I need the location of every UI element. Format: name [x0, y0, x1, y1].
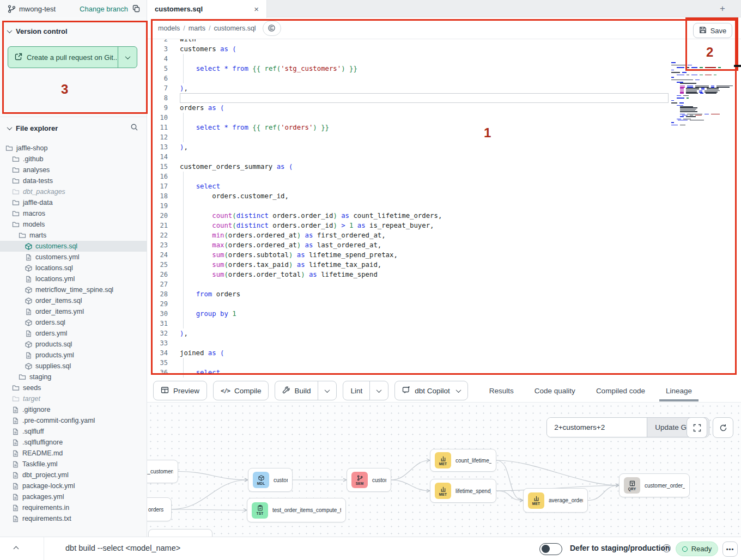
lineage-node-clipped_node[interactable] — [148, 529, 212, 537]
lineage-node-count_lifetime_orders[interactable]: METcount_lifetime_orders — [430, 449, 496, 472]
code-line[interactable]: 4 — [147, 54, 741, 64]
lineage-node-customers_model[interactable]: MDLcustomers — [248, 468, 293, 492]
code-line[interactable]: 36 select — [147, 368, 741, 378]
code-line[interactable]: 9orders as ( — [147, 103, 741, 113]
code-line[interactable]: 34joined as ( — [147, 348, 741, 358]
more-options-button[interactable]: ••• — [722, 541, 738, 557]
lineage-node-customers_sem[interactable]: SEMcustomers — [347, 468, 391, 492]
tree-item-orders-yml[interactable]: orders.yml — [0, 328, 147, 339]
build-dropdown-button[interactable] — [318, 381, 336, 400]
tree-item-customers-yml[interactable]: customers.yml — [0, 252, 147, 263]
tree-item-dbt-project-yml[interactable]: dbt_project.yml — [0, 470, 147, 480]
tree-item-analyses[interactable]: analyses — [0, 165, 147, 175]
chevron-up-icon[interactable] — [14, 546, 19, 552]
code-line[interactable]: 7), — [147, 83, 741, 93]
tree-item-products-yml[interactable]: products.yml — [0, 350, 147, 361]
lint-dropdown-button[interactable] — [369, 381, 388, 400]
version-control-header[interactable]: Version control — [0, 24, 147, 38]
lineage-selector-input[interactable]: 2+customers+2 — [547, 418, 647, 437]
tab-results[interactable]: Results — [489, 379, 514, 402]
lineage-node-customer_order_metrics[interactable]: QRYcustomer_order_metrics — [619, 473, 690, 497]
code-line[interactable]: 6 — [147, 74, 741, 83]
tree-item-dbt-packages[interactable]: dbt_packages — [0, 186, 147, 197]
create-pr-button[interactable]: Create a pull request on Git... — [8, 46, 137, 68]
tree-item--sqlfluff[interactable]: .sqlfluff — [0, 426, 147, 437]
code-line[interactable]: 10 — [147, 113, 741, 123]
new-tab-button[interactable]: + — [716, 2, 729, 15]
code-line[interactable]: 15customer_orders_summary as ( — [147, 162, 741, 172]
tree-item-locations-sql[interactable]: locations.sql — [0, 263, 147, 273]
code-line[interactable]: 27 — [147, 279, 741, 289]
cli-command[interactable]: dbt build --select <model_name> — [65, 544, 180, 552]
tree-item-target[interactable]: target — [0, 393, 147, 404]
code-line[interactable]: 23 max(orders.ordered_at) as last_ordere… — [147, 240, 741, 250]
search-icon[interactable] — [130, 123, 138, 133]
change-branch-link[interactable]: Change branch — [80, 5, 128, 13]
tree-item-seeds[interactable]: seeds — [0, 382, 147, 393]
fullscreen-button[interactable] — [687, 417, 707, 438]
file-explorer-header[interactable]: File explorer — [0, 121, 147, 135]
code-line[interactable]: 17 select — [147, 181, 741, 191]
lineage-node-test_node[interactable]: TSTtest_order_items_compute_to_bools... — [247, 498, 346, 522]
tree-item-staging[interactable]: staging — [0, 372, 147, 382]
tree-item-taskfile-yml[interactable]: Taskfile.yml — [0, 459, 147, 470]
tree-item-orders-sql[interactable]: orders.sql — [0, 317, 147, 328]
breadcrumb-part[interactable]: marts — [189, 25, 205, 32]
save-button[interactable]: Save — [693, 23, 732, 38]
code-line[interactable]: 11 select * from {{ ref('orders') }} — [147, 123, 741, 132]
tree-item-locations-yml[interactable]: locations.yml — [0, 273, 147, 284]
lint-button[interactable]: Lint — [343, 381, 388, 400]
tree-item-supplies-sql[interactable]: supplies.sql — [0, 361, 147, 372]
code-line[interactable]: 28 from orders — [147, 289, 741, 299]
copilot-icon[interactable] — [263, 21, 281, 36]
code-area[interactable]: 2with3customers as (45 select * from {{ … — [147, 39, 741, 379]
tree-item-requirements-in[interactable]: requirements.in — [0, 502, 147, 513]
defer-toggle[interactable] — [539, 543, 562, 555]
tree-item--pre-commit-config-yaml[interactable]: .pre-commit-config.yaml — [0, 415, 147, 426]
minimap[interactable] — [671, 62, 720, 129]
code-line[interactable]: 12 — [147, 132, 741, 142]
tree-item-jaffle-shop[interactable]: jaffle-shop — [0, 143, 147, 154]
code-line[interactable]: 19 — [147, 201, 741, 211]
code-line[interactable]: 26 sum(orders.order_total) as lifetime_s… — [147, 270, 741, 279]
code-line[interactable]: 2with — [147, 39, 741, 44]
tree-item-order-items-sql[interactable]: order_items.sql — [0, 295, 147, 306]
code-line[interactable]: 5 select * from {{ ref('stg_customers') … — [147, 64, 741, 74]
lineage-node-lifetime_spend_pretax[interactable]: METlifetime_spend_pretax — [430, 479, 496, 503]
code-line[interactable]: 24 sum(orders.subtotal) as lifetime_spen… — [147, 250, 741, 260]
code-line[interactable]: 32), — [147, 328, 741, 338]
lineage-node-stg_customers[interactable]: MDLstg_customers — [147, 460, 178, 483]
refresh-button[interactable] — [713, 417, 733, 438]
editor-tab-customers-sql[interactable]: customers.sql × — [147, 0, 267, 18]
help-icon[interactable]: ? — [663, 544, 671, 552]
preview-button[interactable]: Preview — [153, 381, 207, 400]
tab-compiled-code[interactable]: Compiled code — [596, 379, 645, 402]
code-line[interactable]: 8 — [147, 93, 741, 103]
lineage-node-average_order_value[interactable]: METaverage_order_value — [523, 488, 588, 513]
tab-code-quality[interactable]: Code quality — [535, 379, 575, 402]
tree-item-metricflow-time-spine-sql[interactable]: metricflow_time_spine.sql — [0, 284, 147, 295]
code-line[interactable]: 18 orders.customer_id, — [147, 191, 741, 201]
tree-item-macros[interactable]: macros — [0, 208, 147, 219]
code-line[interactable]: 14 — [147, 152, 741, 162]
compile-button[interactable]: </> Compile — [213, 381, 269, 400]
code-line[interactable]: 20 count(distinct orders.order_id) as co… — [147, 211, 741, 221]
tree-item-products-sql[interactable]: products.sql — [0, 339, 147, 350]
tree-item-packages-yml[interactable]: packages.yml — [0, 491, 147, 502]
ready-status-badge[interactable]: Ready — [676, 541, 718, 556]
tree-item-package-lock-yml[interactable]: package-lock.yml — [0, 480, 147, 491]
code-line[interactable]: 3customers as ( — [147, 44, 741, 54]
code-line[interactable]: 33 — [147, 338, 741, 348]
tree-item--gitignore[interactable]: .gitignore — [0, 404, 147, 415]
code-line[interactable]: 31 — [147, 319, 741, 328]
pr-dropdown-button[interactable] — [118, 47, 137, 68]
code-line[interactable]: 21 count(distinct orders.order_id) > 1 a… — [147, 221, 741, 230]
tree-item-readme-md[interactable]: README.md — [0, 448, 147, 459]
code-line[interactable]: 16 — [147, 172, 741, 181]
tree-item--github[interactable]: .github — [0, 154, 147, 165]
build-button[interactable]: Build — [275, 381, 337, 400]
breadcrumb-part[interactable]: models — [158, 25, 180, 32]
tree-item-customers-sql[interactable]: customers.sql — [0, 241, 147, 252]
tree-item-order-items-yml[interactable]: order_items.yml — [0, 306, 147, 317]
tree-item-jaffle-data[interactable]: jaffle-data — [0, 197, 147, 208]
